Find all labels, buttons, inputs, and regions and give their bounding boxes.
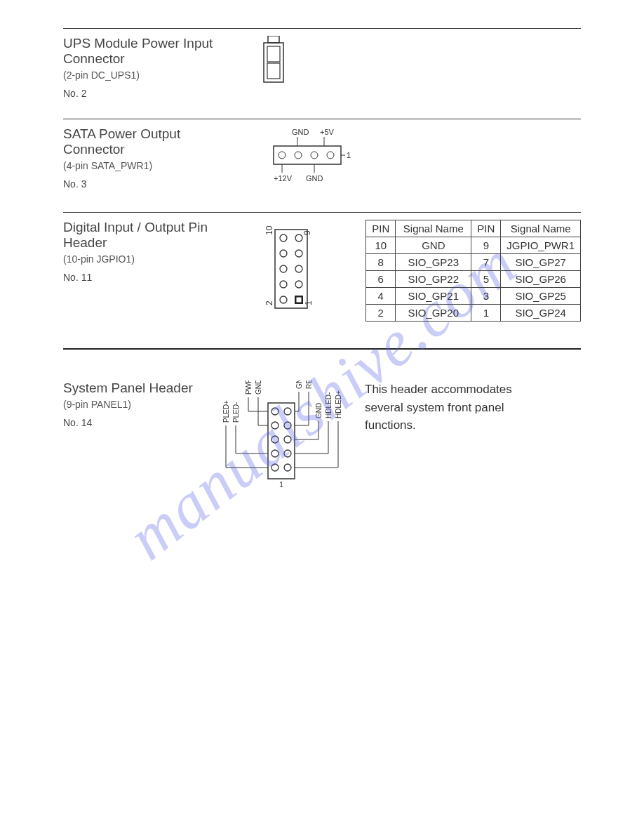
svg-point-15 — [280, 234, 287, 241]
svg-rect-2 — [267, 46, 280, 62]
sata-connector-diagram: GND +5V 1 +12V GND — [260, 126, 379, 192]
svg-point-19 — [280, 265, 287, 272]
table-row: 6 SIO_GP22 5 SIO_GP26 — [366, 271, 581, 288]
ups-sub: (2-pin DC_UPS1) — [63, 70, 246, 81]
ups-title: UPS Module Power Input Connector — [63, 36, 246, 67]
svg-point-23 — [280, 296, 287, 303]
panel-lbl-hdled-plus: HDLED+ — [335, 390, 342, 418]
section-ups: UPS Module Power Input Connector (2-pin … — [63, 28, 581, 119]
svg-point-36 — [284, 464, 291, 471]
panel-lbl-pin1: 1 — [279, 480, 283, 489]
panel-lbl-gnd-l: GND — [255, 380, 262, 395]
gpio-diag-10: 10 — [264, 225, 274, 235]
panel-lbl-hdled-minus: HDLED- — [325, 392, 333, 418]
gpio-th-pin-a: PIN — [366, 220, 396, 237]
svg-point-34 — [284, 450, 291, 457]
gpio-sub: (10-pin JGPIO1) — [63, 253, 246, 265]
ups-no: No. 2 — [63, 88, 246, 99]
svg-point-9 — [311, 152, 318, 159]
sata-title: SATA Power Output Connector — [63, 126, 246, 157]
sata-label-gnd-top: GND — [292, 128, 309, 136]
gpio-no: No. 11 — [63, 272, 246, 283]
svg-point-33 — [271, 450, 279, 457]
gpio-title: Digital Input / Output Pin Header — [63, 220, 246, 251]
sata-label-12v: +12V — [274, 174, 293, 183]
gpio-th-pin-b: PIN — [471, 220, 501, 237]
svg-rect-25 — [297, 298, 302, 303]
section-sata: SATA Power Output Connector (4-pin SATA_… — [63, 119, 581, 212]
svg-point-22 — [295, 281, 302, 288]
gpio-diag-2: 2 — [264, 300, 274, 305]
gpio-header-diagram: 10 9 2 1 — [253, 220, 330, 321]
svg-point-17 — [280, 250, 287, 257]
svg-point-20 — [295, 265, 302, 272]
section-panel: System Panel Header (9-pin PANEL1) No. 1… — [63, 350, 581, 496]
svg-point-18 — [295, 250, 302, 257]
gpio-pin-table: PIN Signal Name PIN Signal Name 10 GND 9… — [365, 220, 581, 322]
panel-description: This header accommodates several system … — [365, 380, 526, 435]
svg-rect-3 — [267, 63, 280, 79]
svg-point-10 — [327, 152, 334, 159]
panel-lbl-pwrbtn: PWRBTN# — [245, 380, 253, 395]
svg-point-27 — [271, 408, 279, 415]
sata-label-5v: +5V — [320, 128, 335, 136]
table-row: 4 SIO_GP21 3 SIO_GP25 — [366, 288, 581, 305]
svg-rect-1 — [264, 43, 283, 82]
panel-lbl-gnd-r1: GND — [295, 380, 303, 389]
svg-point-29 — [271, 422, 279, 429]
gpio-diag-1: 1 — [304, 300, 314, 305]
svg-point-32 — [284, 436, 291, 443]
gpio-th-sig-a: Signal Name — [396, 220, 471, 237]
panel-lbl-pled-plus: PLED+ — [222, 400, 230, 423]
svg-point-16 — [295, 234, 302, 241]
svg-point-31 — [271, 436, 279, 443]
section-gpio: Digital Input / Output Pin Header (10-pi… — [63, 212, 581, 341]
svg-point-28 — [284, 408, 291, 415]
table-row: 2 SIO_GP20 1 SIO_GP24 — [366, 305, 581, 322]
svg-point-21 — [280, 281, 287, 288]
panel-lbl-gnd-r2: GND — [315, 403, 323, 418]
panel-sub: (9-pin PANEL1) — [63, 399, 203, 410]
sata-no: No. 3 — [63, 178, 246, 190]
svg-point-8 — [295, 152, 302, 159]
table-row: 10 GND 9 JGPIO_PWR1 — [366, 237, 581, 254]
panel-no: No. 14 — [63, 417, 203, 428]
sata-label-gnd-bot: GND — [306, 174, 323, 183]
svg-rect-0 — [268, 36, 279, 43]
svg-point-30 — [284, 422, 291, 429]
table-row: 8 SIO_GP23 7 SIO_GP27 — [366, 254, 581, 271]
ups-connector-diagram — [260, 36, 288, 88]
gpio-th-sig-b: Signal Name — [501, 220, 581, 237]
panel-header-diagram: PWRBTN# GND PLED- PLED+ GND RESET# GND H… — [217, 380, 351, 496]
panel-lbl-reset: RESET# — [305, 380, 313, 389]
svg-rect-6 — [274, 146, 341, 164]
panel-title: System Panel Header — [63, 380, 203, 396]
sata-label-pin1: 1 — [347, 151, 351, 159]
svg-point-7 — [279, 152, 286, 159]
svg-point-35 — [271, 464, 279, 471]
panel-lbl-pled-minus: PLED- — [232, 402, 240, 423]
sata-sub: (4-pin SATA_PWR1) — [63, 160, 246, 171]
